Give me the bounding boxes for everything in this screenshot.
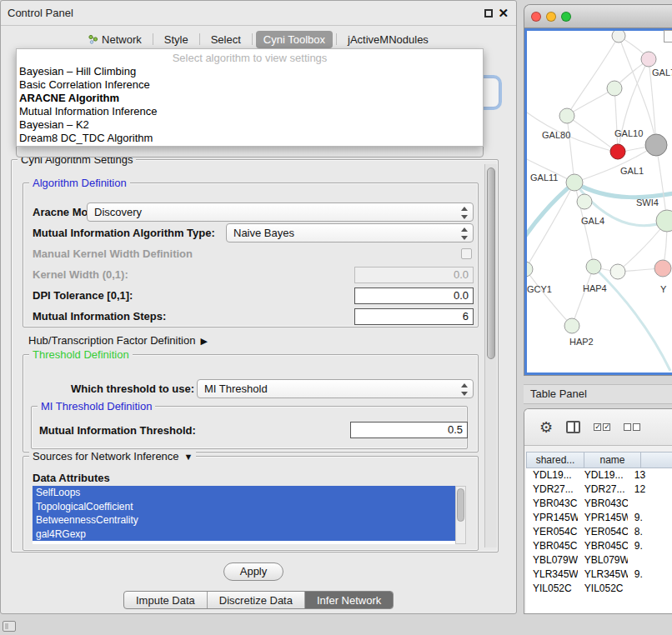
settings-scrollbar[interactable] — [484, 164, 497, 548]
network-node[interactable] — [645, 134, 667, 156]
algorithm-option[interactable]: Dream8 DC_TDC Algorithm — [17, 132, 483, 145]
collapsed-panel-icon[interactable] — [3, 621, 16, 632]
network-node[interactable] — [656, 210, 672, 232]
network-node[interactable] — [610, 264, 625, 279]
algorithm-option[interactable]: Basic Correlation Inference — [17, 78, 483, 92]
column-header[interactable] — [641, 452, 672, 468]
close-panel-icon[interactable]: ✕ — [498, 6, 509, 21]
combo-arrows-icon — [460, 228, 469, 240]
network-edge[interactable] — [614, 88, 618, 152]
tab-style[interactable]: Style — [157, 31, 196, 48]
table-panel-strip: Table Panel — [524, 384, 672, 404]
table-row[interactable]: YDL19...YDL19...13 — [526, 468, 672, 482]
network-edge[interactable] — [594, 267, 670, 371]
network-window-titlebar[interactable] — [524, 5, 672, 28]
mi-algorithm-type-select[interactable]: Naive Bayes — [226, 223, 474, 242]
bottom-tab-impute-data[interactable]: Impute Data — [124, 592, 207, 608]
network-node-hap2[interactable] — [564, 318, 579, 333]
kernel-width-input[interactable]: 0.0 — [354, 267, 474, 283]
network-node[interactable] — [612, 31, 625, 42]
network-node-gal11[interactable] — [566, 174, 583, 191]
network-edge[interactable] — [567, 88, 614, 116]
minimize-traffic-light-icon[interactable] — [546, 12, 556, 22]
network-node-hap4[interactable] — [586, 259, 601, 274]
algorithm-option[interactable]: Bayesian – Hill Climbing — [17, 65, 483, 78]
attributes-scrollbar-thumb[interactable] — [457, 488, 464, 522]
tab-select[interactable]: Select — [203, 31, 248, 48]
columns-icon[interactable] — [566, 421, 580, 433]
manual-kernel-width-checkbox[interactable] — [461, 248, 472, 259]
network-node[interactable] — [641, 52, 656, 67]
dropdown-placeholder: Select algorithm to view settings — [17, 51, 483, 65]
table-cell: 9. — [628, 568, 672, 582]
network-edge[interactable] — [567, 36, 619, 116]
network-node[interactable] — [654, 260, 671, 277]
which-threshold-select[interactable]: MI Threshold — [197, 379, 474, 398]
tab-label: Style — [164, 33, 188, 46]
network-edge[interactable] — [567, 116, 574, 182]
algorithm-option[interactable]: Mutual Information Inference — [17, 105, 483, 118]
tab-cyni-toolbox[interactable]: Cyni Toolbox — [256, 31, 333, 48]
table-row[interactable]: YER054CYER054C8. — [526, 525, 672, 539]
data-attributes-list[interactable]: SelfLoopsTopologicalCoefficientBetweenne… — [33, 486, 455, 544]
network-node-gal10[interactable] — [610, 144, 625, 159]
select-all-columns-icon[interactable] — [594, 423, 610, 431]
sources-title: Sources for Network Inference — [33, 450, 179, 462]
network-edge[interactable] — [527, 182, 574, 243]
network-edge[interactable] — [572, 267, 594, 326]
close-traffic-light-icon[interactable] — [531, 12, 541, 22]
table-row[interactable]: YBR043CYBR043C — [526, 497, 672, 511]
mi-steps-label: Mutual Information Steps: — [33, 310, 166, 323]
settings-scrollbar-thumb[interactable] — [487, 168, 495, 359]
attributes-scrollbar[interactable] — [455, 486, 466, 544]
hub-definition-expander[interactable]: Hub/Transcription Factor Definition▶ — [28, 334, 208, 348]
network-node-gcy1[interactable] — [527, 262, 533, 277]
table-settings-gear-icon[interactable]: ⚙ — [539, 420, 553, 435]
bottom-tab-infer-network[interactable]: Infer Network — [304, 592, 393, 608]
table-cell: YLR345W — [526, 568, 578, 582]
sources-expander[interactable]: Sources for Network Inference▼ — [29, 450, 196, 463]
mi-threshold-label: Mutual Information Threshold: — [39, 424, 196, 438]
network-canvas[interactable]: GAL7GAL80GAL10GAL11GAL1SWI4GAL4GCY1HAP4H… — [524, 28, 672, 375]
algorithm-option[interactable]: ARACNE Algorithm — [17, 92, 483, 105]
network-node-gal80[interactable] — [559, 108, 574, 123]
network-graph: GAL7GAL80GAL10GAL11GAL1SWI4GAL4GCY1HAP4H… — [527, 31, 672, 374]
canvas-scrollbar-button[interactable] — [664, 30, 672, 42]
tab-network[interactable]: Network — [81, 31, 149, 48]
column-header[interactable]: shared... — [526, 452, 584, 468]
network-edge[interactable] — [567, 116, 618, 152]
network-edge[interactable] — [574, 182, 672, 198]
table-cell: 9. — [628, 511, 672, 525]
deselect-all-columns-icon[interactable] — [624, 423, 640, 431]
network-edge[interactable] — [527, 269, 572, 326]
algorithm-dropdown-popup: Select algorithm to view settings Bayesi… — [16, 48, 484, 147]
mi-steps-input[interactable]: 6 — [354, 308, 474, 325]
float-window-icon[interactable] — [484, 9, 493, 18]
attribute-item[interactable]: gal4RGexp — [33, 528, 455, 542]
dpi-tolerance-input[interactable]: 0.0 — [354, 288, 474, 304]
tab-jactivemnodules[interactable]: jActiveMNodules — [340, 31, 436, 48]
table-row[interactable]: YIL052CYIL052C — [526, 582, 672, 596]
table-row[interactable]: YBR045CYBR045C9. — [526, 539, 672, 553]
apply-button[interactable]: Apply — [223, 562, 283, 581]
table-cell: YPR145W — [526, 511, 578, 525]
network-node[interactable] — [607, 81, 622, 96]
column-header[interactable]: name — [584, 452, 641, 468]
table-cell: YDL19... — [526, 468, 578, 482]
bottom-tab-discretize-data[interactable]: Discretize Data — [207, 592, 304, 608]
table-row[interactable]: YDR27...YDR27...12 — [526, 482, 672, 497]
table-row[interactable]: YLR345WYLR345W9. — [526, 568, 672, 582]
network-node-gal4[interactable] — [577, 194, 592, 209]
attribute-item[interactable]: BetweennessCentrality — [33, 513, 455, 528]
aracne-mode-select[interactable]: Discovery — [87, 202, 474, 222]
combo-arrows-icon — [460, 383, 469, 396]
mi-threshold-input[interactable]: 0.5 — [350, 422, 468, 438]
zoom-traffic-light-icon[interactable] — [561, 12, 571, 22]
attribute-item[interactable]: SelfLoops — [33, 486, 455, 500]
table-rows: YDL19...YDL19...13YDR27...YDR27...12YBR0… — [526, 468, 672, 613]
attribute-item[interactable]: TopologicalCoefficient — [33, 500, 455, 514]
table-row[interactable]: YPR145WYPR145W9. — [526, 511, 672, 525]
network-edge[interactable] — [656, 145, 667, 221]
table-row[interactable]: YBL079WYBL079W — [526, 553, 672, 568]
algorithm-option[interactable]: Bayesian – K2 — [17, 118, 483, 132]
